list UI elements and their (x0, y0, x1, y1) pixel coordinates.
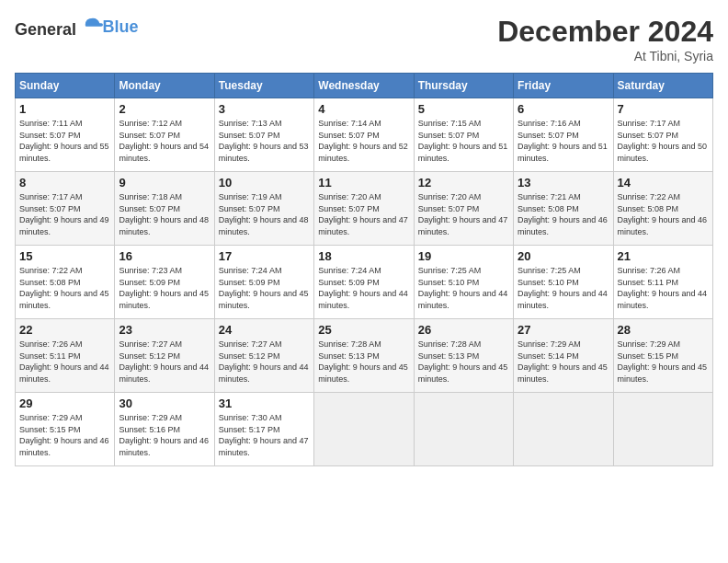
header-wednesday: Wednesday (314, 74, 414, 98)
table-row: 16Sunrise: 7:23 AMSunset: 5:09 PMDayligh… (115, 246, 214, 319)
calendar-week-row: 8Sunrise: 7:17 AMSunset: 5:07 PMDaylight… (16, 172, 713, 246)
day-info: Sunrise: 7:29 AMSunset: 5:16 PMDaylight:… (119, 413, 209, 457)
day-number: 29 (19, 396, 110, 410)
day-info: Sunrise: 7:27 AMSunset: 5:12 PMDaylight:… (219, 339, 309, 384)
table-row: 31Sunrise: 7:30 AMSunset: 5:17 PMDayligh… (214, 393, 313, 466)
day-number: 26 (418, 323, 509, 337)
day-info: Sunrise: 7:17 AMSunset: 5:07 PMDaylight:… (19, 192, 109, 236)
table-row: 21Sunrise: 7:26 AMSunset: 5:11 PMDayligh… (613, 246, 712, 319)
day-number: 16 (119, 249, 210, 263)
day-number: 28 (618, 323, 709, 337)
day-info: Sunrise: 7:23 AMSunset: 5:09 PMDaylight:… (119, 266, 209, 310)
table-row (414, 393, 513, 466)
day-number: 27 (518, 323, 609, 337)
day-info: Sunrise: 7:27 AMSunset: 5:12 PMDaylight:… (119, 339, 209, 384)
day-number: 14 (618, 176, 709, 190)
day-info: Sunrise: 7:30 AMSunset: 5:17 PMDaylight:… (219, 413, 309, 457)
table-row: 15Sunrise: 7:22 AMSunset: 5:08 PMDayligh… (16, 246, 115, 319)
logo-blue: Blue (103, 17, 139, 36)
header-saturday: Saturday (613, 74, 712, 98)
day-number: 9 (119, 176, 210, 190)
day-number: 31 (219, 396, 310, 410)
table-row: 17Sunrise: 7:24 AMSunset: 5:09 PMDayligh… (214, 246, 313, 319)
day-number: 8 (19, 176, 110, 190)
logo[interactable]: General Blue (15, 15, 139, 40)
calendar-week-row: 15Sunrise: 7:22 AMSunset: 5:08 PMDayligh… (16, 246, 713, 319)
header-tuesday: Tuesday (214, 74, 313, 98)
day-number: 1 (19, 102, 110, 116)
day-number: 19 (418, 249, 509, 263)
table-row: 30Sunrise: 7:29 AMSunset: 5:16 PMDayligh… (115, 393, 214, 466)
table-row: 14Sunrise: 7:22 AMSunset: 5:08 PMDayligh… (613, 172, 712, 246)
day-number: 25 (318, 323, 409, 337)
day-number: 13 (518, 176, 609, 190)
header-thursday: Thursday (414, 74, 513, 98)
day-number: 20 (518, 249, 609, 263)
day-info: Sunrise: 7:17 AMSunset: 5:07 PMDaylight:… (618, 119, 708, 163)
table-row: 25Sunrise: 7:28 AMSunset: 5:13 PMDayligh… (314, 319, 414, 393)
page-container: General Blue December 2024 At Tibni, Syr… (0, 0, 728, 474)
day-number: 2 (119, 102, 210, 116)
day-number: 12 (418, 176, 509, 190)
day-info: Sunrise: 7:14 AMSunset: 5:07 PMDaylight:… (318, 119, 408, 163)
header-monday: Monday (115, 74, 214, 98)
table-row (514, 393, 613, 466)
day-number: 21 (618, 249, 709, 263)
table-row: 11Sunrise: 7:20 AMSunset: 5:07 PMDayligh… (314, 172, 414, 246)
day-info: Sunrise: 7:22 AMSunset: 5:08 PMDaylight:… (19, 266, 109, 310)
day-info: Sunrise: 7:16 AMSunset: 5:07 PMDaylight:… (518, 119, 608, 163)
day-info: Sunrise: 7:12 AMSunset: 5:07 PMDaylight:… (119, 119, 209, 163)
day-number: 6 (518, 102, 609, 116)
table-row: 26Sunrise: 7:28 AMSunset: 5:13 PMDayligh… (414, 319, 513, 393)
day-info: Sunrise: 7:29 AMSunset: 5:15 PMDaylight:… (618, 339, 708, 384)
table-row: 5Sunrise: 7:15 AMSunset: 5:07 PMDaylight… (414, 98, 513, 172)
table-row: 8Sunrise: 7:17 AMSunset: 5:07 PMDaylight… (16, 172, 115, 246)
table-row: 29Sunrise: 7:29 AMSunset: 5:15 PMDayligh… (16, 393, 115, 466)
day-info: Sunrise: 7:28 AMSunset: 5:13 PMDaylight:… (418, 339, 508, 384)
logo-icon (83, 15, 103, 35)
table-row: 23Sunrise: 7:27 AMSunset: 5:12 PMDayligh… (115, 319, 214, 393)
day-info: Sunrise: 7:15 AMSunset: 5:07 PMDaylight:… (418, 119, 508, 163)
table-row: 18Sunrise: 7:24 AMSunset: 5:09 PMDayligh… (314, 246, 414, 319)
day-info: Sunrise: 7:18 AMSunset: 5:07 PMDaylight:… (119, 192, 209, 236)
table-row: 20Sunrise: 7:25 AMSunset: 5:10 PMDayligh… (514, 246, 613, 319)
month-title: December 2024 (497, 15, 713, 49)
title-block: December 2024 At Tibni, Syria (497, 15, 713, 63)
day-info: Sunrise: 7:21 AMSunset: 5:08 PMDaylight:… (518, 192, 608, 236)
table-row: 28Sunrise: 7:29 AMSunset: 5:15 PMDayligh… (613, 319, 712, 393)
day-info: Sunrise: 7:28 AMSunset: 5:13 PMDaylight:… (318, 339, 408, 384)
day-info: Sunrise: 7:20 AMSunset: 5:07 PMDaylight:… (318, 192, 408, 236)
calendar-week-row: 22Sunrise: 7:26 AMSunset: 5:11 PMDayligh… (16, 319, 713, 393)
table-row: 22Sunrise: 7:26 AMSunset: 5:11 PMDayligh… (16, 319, 115, 393)
calendar-week-row: 1Sunrise: 7:11 AMSunset: 5:07 PMDaylight… (16, 98, 713, 172)
calendar-week-row: 29Sunrise: 7:29 AMSunset: 5:15 PMDayligh… (16, 393, 713, 466)
location-subtitle: At Tibni, Syria (497, 49, 713, 63)
table-row: 12Sunrise: 7:20 AMSunset: 5:07 PMDayligh… (414, 172, 513, 246)
day-number: 15 (19, 249, 110, 263)
day-number: 17 (219, 249, 310, 263)
day-info: Sunrise: 7:22 AMSunset: 5:08 PMDaylight:… (618, 192, 708, 236)
day-number: 30 (119, 396, 210, 410)
day-info: Sunrise: 7:29 AMSunset: 5:14 PMDaylight:… (518, 339, 608, 384)
day-info: Sunrise: 7:24 AMSunset: 5:09 PMDaylight:… (318, 266, 408, 310)
day-info: Sunrise: 7:26 AMSunset: 5:11 PMDaylight:… (618, 266, 708, 310)
header-sunday: Sunday (16, 74, 115, 98)
table-row: 1Sunrise: 7:11 AMSunset: 5:07 PMDaylight… (16, 98, 115, 172)
day-info: Sunrise: 7:20 AMSunset: 5:07 PMDaylight:… (418, 192, 508, 236)
table-row: 24Sunrise: 7:27 AMSunset: 5:12 PMDayligh… (214, 319, 313, 393)
day-number: 18 (318, 249, 409, 263)
day-number: 22 (19, 323, 110, 337)
day-info: Sunrise: 7:26 AMSunset: 5:11 PMDaylight:… (19, 339, 109, 384)
table-row: 27Sunrise: 7:29 AMSunset: 5:14 PMDayligh… (514, 319, 613, 393)
table-row: 13Sunrise: 7:21 AMSunset: 5:08 PMDayligh… (514, 172, 613, 246)
day-info: Sunrise: 7:19 AMSunset: 5:07 PMDaylight:… (219, 192, 309, 236)
table-row (314, 393, 414, 466)
header: General Blue December 2024 At Tibni, Syr… (15, 15, 713, 63)
day-info: Sunrise: 7:29 AMSunset: 5:15 PMDaylight:… (19, 413, 109, 457)
table-row: 9Sunrise: 7:18 AMSunset: 5:07 PMDaylight… (115, 172, 214, 246)
day-number: 4 (318, 102, 409, 116)
day-number: 11 (318, 176, 409, 190)
table-row: 4Sunrise: 7:14 AMSunset: 5:07 PMDaylight… (314, 98, 414, 172)
day-info: Sunrise: 7:25 AMSunset: 5:10 PMDaylight:… (518, 266, 608, 310)
table-row: 2Sunrise: 7:12 AMSunset: 5:07 PMDaylight… (115, 98, 214, 172)
